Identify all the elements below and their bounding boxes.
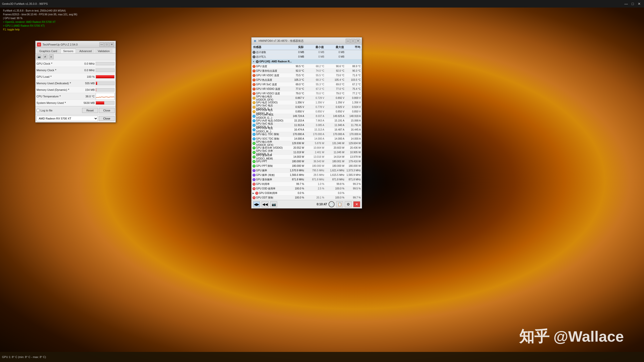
hwinfo-nav-forward[interactable]: ◀▶ [253, 201, 260, 207]
hwinfo-icon-gpu-ppt: W [253, 160, 256, 163]
hwinfo-title: HWiNFO64 v7.30-4870 - 传感器状态 [259, 39, 346, 43]
gpuz-tab-sensors[interactable]: Sensors [60, 49, 76, 53]
hwinfo-icon-gpu-ddt-limit: % [253, 196, 256, 199]
gpuz-log-label: Log to file [41, 109, 53, 112]
hwinfo-close[interactable]: ✕ [356, 39, 360, 43]
gpuz-maximize[interactable]: □ [104, 42, 109, 47]
gpuz-row-gpu-load: GPU Load ▼ 100 % [35, 73, 116, 80]
hwinfo-row-gpu-temp: T GPU 温度 90.5 °C 68.2 °C 90.6 °C 88.9 °C [252, 64, 362, 69]
hwinfo-col-sensor-header: 传感器 [253, 45, 283, 49]
hwinfo-row-gpu-freq: f GPU 频率 1,570.9 MHz 795.5 MHz 1,621.4 M… [252, 168, 362, 173]
gpuz-bottom-close[interactable]: Close [99, 116, 115, 121]
hwinfo-icon-gpu-core-current: A [253, 115, 256, 118]
gpuz-dropdown-gpu-load[interactable]: ▼ [50, 75, 53, 78]
gpuz-label-mem-dynamic: Memory Used (Dynamic) ▼ [37, 88, 79, 91]
hwinfo-icon-gpu-vr-vddci: T [253, 92, 256, 95]
gpuz-menu-btn[interactable]: ≡ [49, 54, 54, 59]
hwinfo-icon-gpu-soc-current: A [253, 124, 256, 127]
hwinfo-copy-btn[interactable]: 📋 [336, 201, 343, 207]
minimize-button[interactable]: — [623, 1, 629, 7]
gpuz-dropdown-mem-dedicated[interactable]: ▼ [69, 82, 72, 85]
gpuz-dropdown-gpu-clock[interactable]: ▼ [51, 62, 54, 65]
hwinfo-icon-gpu-vddio-power: W [253, 146, 256, 149]
gpuz-dropdown-mem-dynamic[interactable]: ▼ [68, 88, 71, 91]
hwinfo-row-gpu-mem-power: W GPU 显存功率 (VDDCI_MEM) 14.003 W 13.016 W… [252, 155, 362, 159]
hwinfo-row-total-read: ○ 总计读取 0 MB 0 MB 0 MB [252, 50, 362, 55]
gpuz-cam-btn[interactable]: 📷 [37, 54, 42, 59]
gpuz-row-gpu-clock: GPU Clock ▼ 0.0 MHz [35, 60, 116, 67]
hwinfo-camera-btn[interactable]: 📷 [270, 201, 277, 207]
gpuz-sensor-rows: GPU Clock ▼ 0.0 MHz Memory Clock ▼ 0.0 M… [35, 60, 116, 106]
close-button[interactable]: ✕ [636, 1, 642, 7]
gpuz-window: G TechPowerUp GPU-Z 2.54.0 — □ ✕ Graphic… [35, 41, 116, 123]
gpuz-value-sys-mem: 5630 MB [79, 101, 96, 104]
gpuz-row-mem-dedicated: Memory Used (Dedicated) ▼ 555 MB [35, 80, 116, 87]
hwinfo-row-gpu-core-power: W GPU 核心功率 (VDDCR_GFX) 129.936 W 5.876 W… [252, 141, 362, 146]
hwinfo-row-gpu-core-current: A GPU Core 电流 (VDDCR_G...) 149.724 A 8.0… [252, 114, 362, 118]
gpuz-footer: Log to file Reset Close [35, 106, 116, 114]
hwinfo-icon-gpu-d3d-usage: % [253, 187, 256, 190]
gpuz-dropdown-memory-clock[interactable]: ▼ [55, 69, 58, 72]
gpuz-bar-mem-dedicated [96, 82, 115, 85]
hwinfo-row-gpu-ppt: W GPU PPT 180.000 W 36.543 W 180.001 W 1… [252, 159, 362, 164]
gpuz-close-btn[interactable]: Close [99, 108, 115, 113]
gpuz-dropdown-cpu-temp[interactable]: ▼ [59, 95, 62, 98]
gpuz-chart-cpu-temp [96, 93, 115, 100]
hwinfo-row-gpu-d3d-util: ▶ % GPU D3D利用率 0.0 % 0.0 % [252, 191, 362, 195]
topbar-controls: — □ ✕ [623, 1, 642, 7]
hwinfo-minimize[interactable]: — [346, 39, 350, 43]
gpuz-log-checkbox[interactable] [37, 109, 40, 112]
gpuz-bar-mem-dynamic [96, 88, 115, 92]
hwinfo-nav-back[interactable]: ◀◀ [262, 201, 269, 207]
hwinfo-row-gpu-core-volt: V GPU 核心电压 (VDDCR_GFX) 0.867 V 0.729 V 0… [252, 96, 362, 100]
gpuz-tab-validation[interactable]: Validation [95, 49, 113, 53]
taskbar: GPU 1: 8° C (min: 8° C - max: 8° C) [0, 352, 644, 362]
hwinfo-settings-btn[interactable]: ⚙ [345, 201, 352, 207]
gpuz-minimize[interactable]: — [99, 42, 104, 47]
maximize-button[interactable]: □ [630, 1, 635, 7]
gpuz-value-cpu-temp: 38.0 °C [79, 95, 96, 98]
hwinfo-icon-gpu-hotspot: T [253, 69, 256, 72]
gpuz-label-gpu-load: GPU Load ▼ [37, 75, 79, 78]
hwinfo-row-gpu-vr-vddio: T GPU VR VDDIO 温度 77.0 °C 67.3 °C 77.0 °… [252, 87, 362, 91]
hwinfo-row-total-write: ○ 总计写入 0 MB 0 MB 0 MB [252, 55, 362, 59]
gpuz-title: TechPowerUp GPU-Z 2.54.0 [43, 43, 99, 46]
gpuz-dropdown-sys-mem[interactable]: ▼ [64, 101, 67, 104]
hwinfo-expand-d3d[interactable]: ▶ [253, 192, 254, 194]
overlay-line4: > OpenGL renderer: AMD Radeon RX 5700 XT [3, 20, 77, 24]
gpuz-row-mem-dynamic: Memory Used (Dynamic) ▼ 154 MB [35, 87, 116, 93]
gpuz-controls: — □ ✕ [99, 42, 114, 47]
taskbar-gpu-temp: GPU 1: 8° C (min: 8° C - max: 8° C) [2, 355, 46, 358]
hwinfo-close-all-btn[interactable]: ✕ [353, 201, 360, 207]
hwinfo-icon-gpu-soc-tdc: A [253, 137, 256, 140]
hwinfo-icon-gpu-vddio: V [253, 101, 256, 104]
overlay-line3: | GPU load: 99 % [3, 16, 77, 20]
hwinfo-icon-gpu-eff-freq: f [253, 174, 256, 177]
gpuz-reset-btn[interactable]: Reset [82, 108, 98, 113]
gpuz-close[interactable]: ✕ [110, 42, 114, 47]
hwinfo-footer: ◀▶ ◀◀ 📷 0:10:47 🕐 📋 ⚙ ✕ [252, 200, 362, 208]
hwinfo-icon-gpu-vr-vddio: T [253, 88, 256, 91]
hwinfo-expand-gpu[interactable]: ▼ [253, 60, 255, 63]
overlay-line6: F1: toggle help [3, 28, 77, 31]
gpuz-row-memory-clock: Memory Clock ▼ 0.0 MHz [35, 67, 116, 73]
gpuz-gpu-select[interactable]: AMD Radeon RX 5700 XT [37, 116, 98, 121]
gpuz-tab-advanced[interactable]: Advanced [77, 49, 94, 53]
overlay-text: FurMark v1.35.8.8 - Burn-in test, 2560x1… [3, 9, 77, 31]
gpuz-row-sys-mem: System Memory Used ▼ 5630 MB [35, 100, 116, 106]
hwinfo-col-min-header: 最小值 [304, 45, 324, 49]
gpuz-refresh-btn[interactable]: ↺ [43, 54, 48, 59]
hwinfo-row-gpu-vr-vddc: T GPU VR VDDC 温度 73.5 °C 55.5 °C 73.6 °C… [252, 73, 362, 78]
hwinfo-icon-gpu-mem-current2: A [253, 128, 256, 131]
hwinfo-clock-display: 0:10:47 [317, 203, 327, 206]
hwinfo-col-avg-header: 平均 [344, 45, 360, 49]
hwinfo-col-val-header: 实际 [283, 45, 304, 49]
hwinfo-row-gpu-hotspot2: T GPU 热点温度 105.3 °C 68.3 °C 105.4 °C 103… [252, 78, 362, 82]
gpuz-tab-graphics-card[interactable]: Graphics Card [37, 49, 60, 53]
gpuz-label-cpu-temp: CPU Temperature ▼ [37, 95, 79, 98]
hwinfo-window: H HWiNFO64 v7.30-4870 - 传感器状态 — □ ✕ 传感器 … [251, 37, 362, 209]
hwinfo-maximize[interactable]: □ [351, 39, 355, 43]
hwinfo-icon-gpu-mem-freq: f [253, 178, 256, 181]
hwinfo-icon: H [253, 39, 257, 43]
hwinfo-icon-gpu-freq: f [253, 169, 256, 172]
